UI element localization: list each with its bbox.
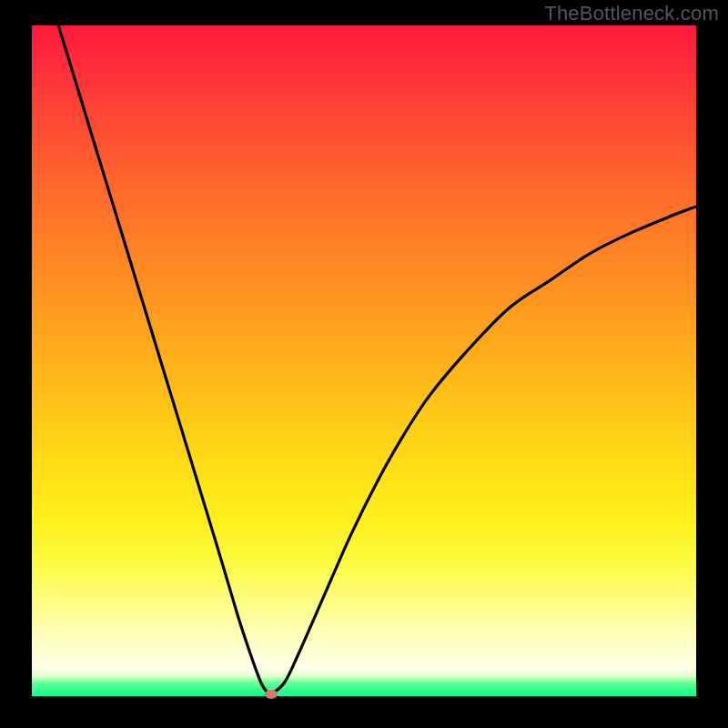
optimal-point-marker <box>265 690 278 699</box>
bottleneck-curve <box>58 25 696 695</box>
watermark-text: TheBottleneck.com <box>544 2 719 25</box>
curve-svg <box>32 25 696 696</box>
chart-container: TheBottleneck.com <box>0 0 728 728</box>
plot-area <box>32 25 696 696</box>
